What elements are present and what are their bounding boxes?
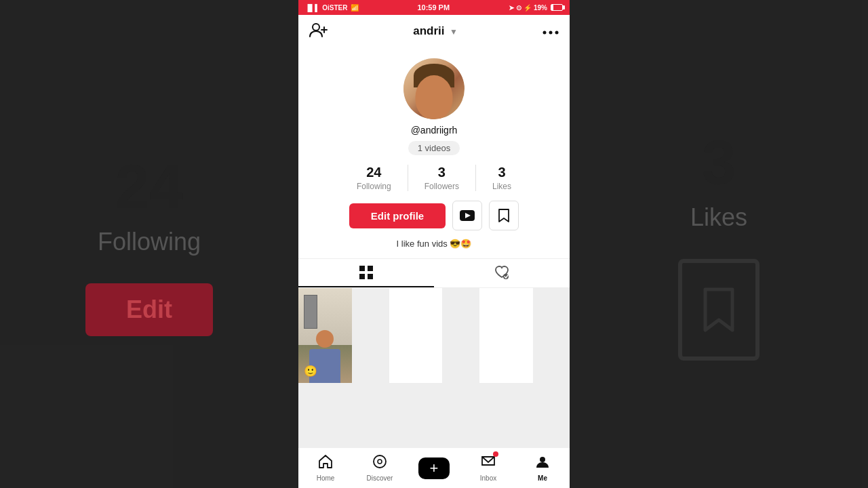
followers-stat[interactable]: 3 Followers [408,165,476,191]
avatar [403,58,465,119]
bg-likes-label: Likes [690,203,747,232]
clock-icon: ⊙ [516,4,521,12]
status-bar-time: 10:59 PM [417,3,450,12]
nav-discover[interactable]: Discover [353,454,407,482]
bg-following-label: Following [98,228,201,256]
bluetooth-icon: ⚡ [524,4,532,12]
background-overlay: 24 Following Edit 3 Likes ▐▌▌ OiSTER 📶 1… [0,0,868,488]
svg-rect-6 [359,266,365,271]
carrier-name: OiSTER [322,4,347,12]
username-display[interactable]: andrii ▼ [413,24,458,38]
videos-badge: 1 videos [408,141,460,155]
phone-frame: ▐▌▌ OiSTER 📶 10:59 PM ➤ ⊙ ⚡ 19% [298,0,570,488]
battery-icon [551,4,563,11]
edit-profile-button[interactable]: Edit profile [349,203,446,228]
user-handle: @andriigrh [411,125,458,136]
svg-point-13 [540,457,545,462]
bottom-nav: Home Discover + [298,447,570,488]
me-icon [535,454,550,473]
nav-me-label: Me [538,474,547,482]
nav-inbox-label: Inbox [480,474,496,482]
bookmark-button[interactable] [489,201,519,230]
svg-point-0 [313,24,319,30]
profile-section: @andriigrh 1 videos 24 Following 3 Follo… [298,47,570,258]
video-thumb-inner: 🙂 [298,288,352,383]
home-icon [318,454,333,473]
nav-discover-label: Discover [367,474,393,482]
following-stat[interactable]: 24 Following [340,165,408,191]
video-thumb-empty-2 [479,288,533,383]
top-nav: andrii ▼ [298,15,570,47]
add-friend-button[interactable] [309,22,328,41]
followers-label: Followers [425,182,459,191]
svg-point-11 [374,455,386,468]
battery-percent: 19% [534,4,547,12]
svg-point-1 [542,31,546,35]
svg-rect-9 [368,274,373,279]
add-plus-icon: + [430,460,439,477]
status-bar-right: ➤ ⊙ ⚡ 19% [509,4,563,12]
add-button[interactable]: + [418,458,450,479]
nav-me[interactable]: Me [515,454,570,482]
discover-icon [372,454,387,473]
bg-following-number: 24 [115,152,183,222]
video-thumbnail[interactable]: 🙂 [298,288,352,383]
tab-grid[interactable] [298,259,434,287]
nav-home-label: Home [317,474,335,482]
tab-liked[interactable] [434,259,570,287]
inbox-notification-dot [493,451,498,457]
bio-text: I like fun vids 😎🤩 [397,239,472,249]
following-label: Following [357,182,391,191]
bg-right-panel: 3 Likes [570,0,868,488]
bg-bookmark-icon [678,259,760,361]
video-thumb-empty-1 [389,288,443,383]
avatar-image [403,58,465,119]
location-icon: ➤ [509,4,514,12]
bg-left-panel: 24 Following Edit [0,0,298,488]
wifi-icon: 📶 [351,4,359,12]
svg-point-2 [549,31,552,35]
likes-label: Likes [492,182,511,191]
svg-point-3 [555,31,558,35]
more-options-button[interactable] [542,25,559,37]
status-bar-left: ▐▌▌ OiSTER 📶 [305,4,359,12]
face [416,75,453,119]
video-grid: 🙂 [298,288,570,447]
nav-home[interactable]: Home [298,454,353,482]
stats-row: 24 Following 3 Followers 3 Likes [309,165,559,191]
door [304,295,317,329]
dropdown-arrow: ▼ [450,27,458,37]
svg-rect-8 [359,274,365,279]
svg-rect-7 [368,266,373,271]
status-bar: ▐▌▌ OiSTER 📶 10:59 PM ➤ ⊙ ⚡ 19% [298,0,570,15]
person-head [316,330,334,348]
following-number: 24 [366,165,381,180]
inbox-icon [481,454,496,473]
bg-edit-button: Edit [85,283,213,336]
svg-point-12 [378,460,382,464]
emoji-overlay: 🙂 [304,365,317,378]
bg-likes-number: 3 [702,128,736,198]
signal-icon: ▐▌▌ [305,4,319,12]
likes-stat[interactable]: 3 Likes [476,165,528,191]
username-text: andrii [413,24,444,37]
content-tabs [298,258,570,288]
youtube-button[interactable] [452,201,482,230]
likes-number: 3 [498,165,505,180]
nav-inbox[interactable]: Inbox [461,454,515,482]
followers-number: 3 [438,165,446,180]
nav-add[interactable]: + [407,458,461,479]
actions-row: Edit profile [349,201,519,230]
